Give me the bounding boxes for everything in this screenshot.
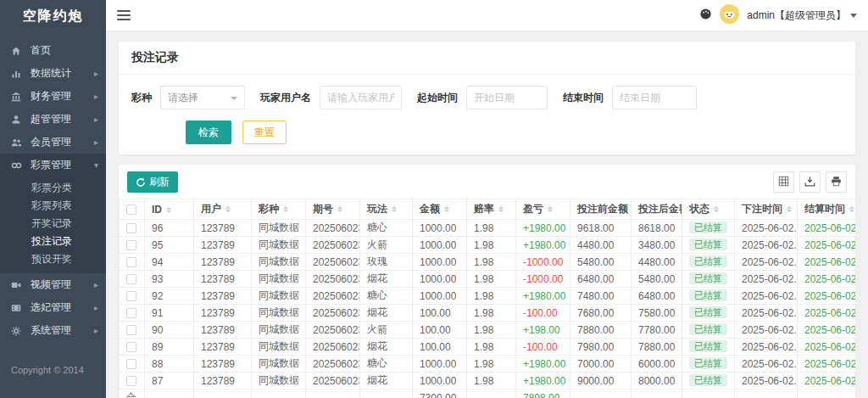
lottery-select[interactable]: 请选择 [160,86,245,109]
reset-button[interactable]: 重置 [242,121,287,144]
sort-down-icon [548,210,553,212]
cell-issue: 202506023... [306,373,360,390]
sidebar-item-label: 系统管理 [31,323,71,338]
sidebar-item-system[interactable]: 系统管理▸ [0,319,106,342]
status-badge: 已结算 [689,357,727,369]
start-date-input[interactable] [466,86,548,109]
cell-odds: 1.98 [467,237,516,254]
cell-lottery: 同城数据 [252,237,306,254]
cell-status: 已结算 [682,339,735,356]
lottery-filter-label: 彩种 [131,91,152,105]
cell-lottery: 同城数据 [252,305,306,322]
refresh-icon [136,177,146,188]
export-icon[interactable] [799,171,821,193]
status-badge: 已结算 [689,289,727,301]
cell-settle_time: 2025-06-02 12:0 [798,288,856,305]
sidebar-item-finance[interactable]: 财务管理▸ [0,85,106,108]
search-button[interactable]: 检索 [186,121,231,144]
summary-after_amount [632,390,682,398]
row-checkbox[interactable] [126,257,136,267]
sidebar-item-data-stats[interactable]: 数据统计▸ [0,62,106,85]
sidebar-item-home[interactable]: 首页 [0,39,106,62]
cell-settle_time: 2025-06-02 12:0 [798,339,856,356]
chevron-right-icon: ▸ [94,69,98,78]
cell-profit: +1980.00 [516,356,570,373]
row-checkbox[interactable] [126,325,136,335]
cell-play: 烟花 [360,271,413,288]
sort-icon[interactable] [337,206,342,212]
username-input[interactable] [320,86,402,109]
sidebar-item-label: 彩票管理 [31,158,71,172]
cell-id: 88 [145,356,194,373]
sort-down-icon [787,210,792,212]
print-icon[interactable] [826,171,847,193]
sidebar-item-member[interactable]: 会员管理▸ [0,131,106,154]
end-date-input[interactable] [612,86,697,109]
menu-toggle-icon[interactable] [117,10,131,20]
sort-icon[interactable] [444,206,449,212]
sidebar-item-label: 会员管理 [31,135,71,149]
admin-label: admin【超级管理员】 [747,8,846,23]
cell-odds: 1.98 [467,254,516,271]
summary-issue [306,390,360,398]
row-checkbox[interactable] [126,291,136,301]
sidebar-item-lottery[interactable]: 彩票管理▾ [0,154,106,177]
header-label: 用户 [201,203,221,215]
sort-icon[interactable] [714,206,719,212]
sidebar-subitem-draw-records[interactable]: 开奖记录 [0,215,106,233]
admin-dropdown[interactable]: admin【超级管理员】 [747,8,857,23]
row-checkbox[interactable] [126,342,136,352]
row-checkbox[interactable] [126,376,136,386]
cell-settle_time: 2025-06-02 12:0 [798,220,856,237]
theme-icon[interactable] [699,8,712,23]
sort-icon[interactable] [849,206,854,212]
avatar[interactable] [720,4,739,26]
row-checkbox[interactable] [126,359,136,369]
bet-table: ID用户彩种期号玩法金额赔率盈亏投注前金额投注后金额状态下注时间结算时间9612… [119,199,855,398]
header-label: 玩法 [367,203,387,215]
row-checkbox[interactable] [126,308,136,318]
sort-icon[interactable] [392,206,397,212]
row-checkbox-cell [120,305,145,322]
sort-icon[interactable] [548,206,553,212]
cell-amount: 1000.00 [413,254,467,271]
sort-icon[interactable] [166,207,171,213]
grid-icon[interactable] [773,171,794,193]
refresh-button[interactable]: 刷新 [127,171,178,193]
sidebar-subitem-bet-records[interactable]: 投注记录 [0,233,106,250]
row-checkbox[interactable] [126,240,136,250]
row-checkbox[interactable] [126,274,136,284]
sort-icon[interactable] [787,206,792,212]
cell-profit: -100.00 [516,339,570,356]
sort-icon[interactable] [225,206,231,212]
sidebar-item-xuanfei[interactable]: 选妃管理▸ [0,296,106,319]
cell-issue: 202506023... [306,271,360,288]
cell-user: 123789 [194,339,252,356]
topbar: admin【超级管理员】 [106,0,868,31]
cell-bet_time: 2025-06-02... [735,254,798,271]
sidebar-subitem-lottery-category[interactable]: 彩票分类 [0,179,106,197]
header-label: 彩种 [259,203,279,215]
sort-down-icon [283,210,288,212]
sort-up-icon [225,206,231,209]
sidebar-subitem-preset-draw[interactable]: 预设开奖 [0,250,106,268]
row-checkbox-cell [120,288,145,305]
cell-lottery: 同城数据 [252,322,306,339]
sort-icon[interactable] [498,206,504,212]
chevron-right-icon: ▸ [94,303,98,312]
select-all-checkbox[interactable] [126,205,136,215]
sort-icon[interactable] [283,206,288,212]
summary-id [145,390,194,398]
film-icon [11,303,24,313]
sidebar-item-video[interactable]: 视频管理▸ [0,273,106,296]
sidebar-item-super-admin[interactable]: 超管管理▸ [0,108,106,131]
header-amount: 金额 [413,199,467,220]
sidebar-subitem-lottery-list[interactable]: 彩票列表 [0,197,106,215]
header-label: 金额 [420,203,440,215]
summary-odds [467,390,516,398]
cell-issue: 202506023... [306,322,360,339]
row-checkbox[interactable] [126,223,136,233]
sort-up-icon [166,207,171,210]
status-badge: 已结算 [689,272,727,284]
cell-profit: +1980.00 [516,288,570,305]
